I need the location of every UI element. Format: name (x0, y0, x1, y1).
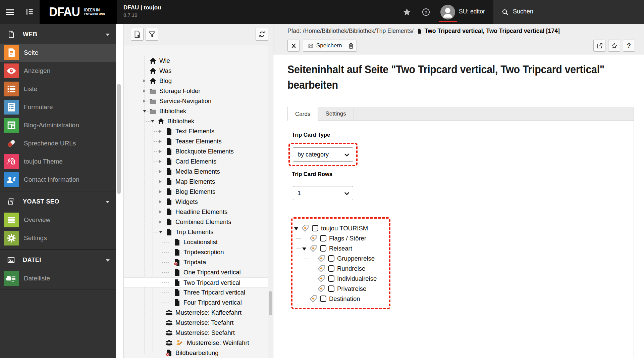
collapse-caret-icon[interactable] (159, 231, 162, 233)
tree-item-musterreise-weinfahrt[interactable]: Musterreise: Weinfahrt (124, 338, 273, 348)
tree-item-four-tripcard-vertical[interactable]: Four Tripcard vertical (124, 298, 273, 308)
tree-item-combined-elements[interactable]: Combined Elements (124, 217, 273, 227)
page-icon (165, 228, 173, 236)
sidebar-item-blog-administration[interactable]: Blog-Administration (0, 116, 116, 134)
expand-caret-icon[interactable] (159, 150, 162, 153)
category-checkbox[interactable] (328, 255, 334, 262)
expand-caret-icon[interactable] (159, 170, 162, 173)
tree-item-card-elements[interactable]: Card Elements (124, 156, 273, 167)
pagetree-toggle-button[interactable] (20, 0, 40, 24)
user-avatar[interactable] (440, 5, 455, 19)
tree-item-bildbearbeitung[interactable]: Bildbearbeitung (124, 348, 273, 358)
collapse-caret-icon[interactable] (151, 120, 154, 123)
new-page-button[interactable] (131, 28, 144, 41)
category-label: Privatreise (337, 285, 366, 293)
tree-item-widgets[interactable]: Widgets (124, 197, 273, 207)
tree-item-storage-folder[interactable]: Storage Folder (124, 86, 273, 96)
folder-icon (149, 87, 157, 95)
expand-caret-icon[interactable] (159, 180, 162, 183)
sidebar-item-liste[interactable]: Liste (0, 80, 116, 98)
people-icon (165, 309, 173, 316)
tree-item-map-elements[interactable]: Map Elements (124, 177, 273, 187)
expand-caret-icon[interactable] (159, 210, 162, 214)
tree-item-musterreise-teefahrt[interactable]: Musterreise: Teefahrt (124, 318, 273, 328)
page-tree-scrollbar[interactable] (269, 291, 272, 315)
category-checkbox[interactable] (320, 245, 326, 252)
tab-cards[interactable]: Cards (287, 107, 318, 121)
search-box[interactable]: Suchen (493, 0, 644, 24)
sidebar-group-header-yoast-seo[interactable]: YOAST SEO (0, 192, 116, 211)
tree-item-trip-elements[interactable]: Trip Elements (124, 227, 273, 237)
tree-item-tripdata[interactable]: Tripdata (124, 257, 273, 267)
expand-caret-icon[interactable] (159, 220, 162, 224)
expand-caret-icon[interactable] (143, 89, 146, 93)
sidebar-item-overview[interactable]: Overview (0, 211, 116, 229)
sidebar-item-formulare[interactable]: Formulare (0, 98, 116, 116)
category-checkbox[interactable] (320, 235, 326, 241)
category-checkbox[interactable] (328, 265, 334, 272)
save-button[interactable]: Speichern (303, 40, 346, 52)
expand-caret-icon[interactable] (143, 99, 146, 103)
category-checkbox[interactable] (320, 296, 326, 302)
page-tree-toolbar (124, 24, 273, 45)
tree-item-locationslist[interactable]: Locationslist (124, 237, 273, 247)
refresh-button[interactable] (256, 28, 268, 41)
sidebar-item-sprechende-urls[interactable]: Sprechende URLs (0, 134, 116, 152)
tree-list-icon (25, 7, 34, 16)
filter-button[interactable] (146, 28, 158, 41)
tree-item-was[interactable]: Was (124, 66, 273, 76)
tree-item-musterreise-kaffeefahrt[interactable]: Musterreise: Kaffeefahrt (124, 308, 273, 318)
sidebar-item-toujou-theme[interactable]: toujou Theme (0, 152, 116, 171)
tree-item-one-tripcard-vertical[interactable]: One Tripcard vertical (124, 267, 273, 277)
tree-item-two-tripcard-vertical[interactable]: Two Tripcard vertical (124, 277, 273, 287)
tree-item-headline-elements[interactable]: Headline Elements (124, 207, 273, 217)
sidebar-item-dateiliste[interactable]: Dateiliste (0, 269, 116, 287)
sidebar-item-seite[interactable]: Seite (0, 44, 116, 62)
help-toolbar-button[interactable]: ? (421, 7, 431, 17)
tree-item-media-elements[interactable]: Media Elements (124, 167, 273, 177)
expand-caret-icon[interactable] (159, 130, 162, 133)
delete-button[interactable] (345, 40, 357, 52)
bookmark-toolbar-button[interactable] (402, 7, 412, 17)
module-menu-scrollbar[interactable] (117, 84, 121, 194)
expand-caret-icon[interactable] (159, 160, 162, 163)
user-label[interactable]: SU: editor (459, 8, 485, 15)
home-icon (157, 118, 165, 125)
collapse-caret-icon[interactable] (302, 248, 306, 251)
tree-item-bibliothek[interactable]: Bibliothek (124, 106, 273, 116)
trip-card-type-select[interactable]: by category (293, 147, 353, 162)
category-checkbox[interactable] (328, 275, 334, 282)
sidebar-item-settings[interactable]: Settings (0, 229, 116, 247)
tab-settings[interactable]: Settings (318, 107, 354, 120)
expand-caret-icon[interactable] (159, 190, 162, 193)
tree-item-service-navigation[interactable]: Service-Navigation (124, 96, 273, 106)
tree-item-text-elements[interactable]: Text Elements (124, 126, 273, 136)
sidebar-item-contact-information[interactable]: Contact Information (0, 171, 116, 189)
tree-item-teaser-elements[interactable]: Teaser Elements (124, 136, 273, 146)
context-help-button[interactable]: ? (623, 40, 635, 52)
tree-item-wie[interactable]: Wie (124, 56, 273, 66)
tree-item-blog[interactable]: Blog (124, 76, 273, 86)
expand-caret-icon[interactable] (159, 200, 162, 204)
tree-item-bibliothek[interactable]: Bibliothek (124, 116, 273, 126)
sidebar-item-anzeigen[interactable]: Anzeigen (0, 62, 116, 80)
expand-caret-icon[interactable] (159, 140, 162, 143)
tree-item-musterreise-seefahrt[interactable]: Musterreise: Seefahrt (124, 328, 273, 338)
sidebar-group-header-web[interactable]: WEB (0, 25, 116, 44)
close-button[interactable] (287, 40, 300, 52)
tree-item-blog-elements[interactable]: Blog Elements (124, 187, 273, 197)
sidebar-group-header-datei[interactable]: DATEI (0, 251, 116, 269)
collapse-caret-icon[interactable] (294, 227, 298, 230)
module-menu-toggle-button[interactable] (0, 0, 20, 24)
expand-caret-icon[interactable] (143, 79, 146, 83)
trip-card-rows-select[interactable]: 1 (293, 186, 353, 200)
tree-item-tripdescription[interactable]: Tripdescription (124, 247, 273, 257)
category-checkbox[interactable] (312, 225, 318, 231)
category-checkbox[interactable] (328, 285, 334, 292)
open-in-new-window-button[interactable] (593, 40, 605, 52)
collapse-caret-icon[interactable] (143, 110, 146, 113)
tree-item-blockquote-elements[interactable]: Blockquote Elements (124, 146, 273, 156)
category-tag-icon (309, 295, 317, 303)
bookmark-button[interactable] (608, 40, 620, 52)
tree-item-three-tripcard-vertical[interactable]: Three Tripcard vertical (124, 287, 273, 298)
